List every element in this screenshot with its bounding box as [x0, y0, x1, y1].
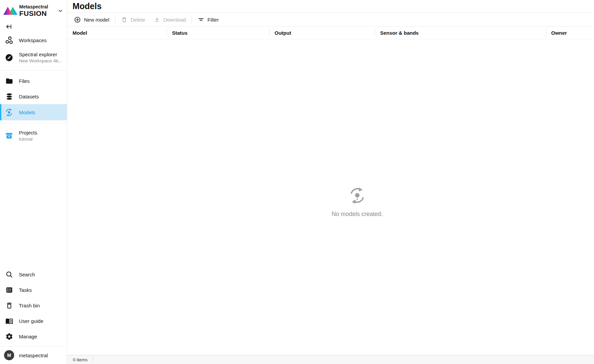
new-model-label: New model [84, 17, 109, 23]
filter-button[interactable]: Filter [196, 16, 220, 23]
table-header: Model Status Output Sensor & bands Owner [67, 27, 594, 39]
empty-state: No models created. [332, 186, 383, 218]
trash-icon [121, 17, 128, 23]
sidebar-item-label: Search [19, 272, 35, 277]
items-count: 0 items [73, 357, 88, 362]
column-header-sensor-bands: Sensor & bands [375, 27, 546, 39]
avatar: M [4, 350, 14, 360]
sidebar-item-user-guide[interactable]: User guide [0, 313, 67, 329]
table-body-empty-area: No models created. [67, 39, 594, 355]
project-sublabel: tutorial [19, 136, 37, 142]
sidebar-item-tasks[interactable]: Tasks [0, 282, 67, 298]
brand-product: FUSION [19, 9, 48, 18]
column-label: Model [73, 30, 87, 36]
sidebar-item-manage[interactable]: Manage [0, 329, 67, 344]
workspace-switcher-chevron-down-icon[interactable] [57, 8, 63, 14]
sidebar-item-projects[interactable]: Projects tutorial [0, 126, 67, 146]
model-rotate-icon [5, 108, 13, 117]
sidebar-divider [0, 70, 67, 70]
book-icon [5, 317, 13, 325]
sidebar-item-models[interactable]: Models [0, 104, 67, 120]
collapse-row [0, 19, 67, 32]
sidebar-item-label: Spectral explorer [19, 52, 62, 58]
compass-icon [5, 54, 13, 62]
sidebar-item-spectral-explorer[interactable]: Spectral explorer New Workspace 4b... [0, 48, 67, 67]
delete-label: Delete [131, 17, 145, 23]
status-bar-divider [93, 357, 93, 363]
gear-icon [5, 333, 13, 340]
folder-icon [5, 77, 13, 85]
main-panel: Models New model Delete [67, 0, 594, 364]
collapse-sidebar-icon[interactable] [5, 23, 12, 30]
sidebar-item-label: Models [19, 110, 35, 115]
column-header-owner: Owner [546, 27, 594, 39]
user-account-button[interactable]: M metaspectral [0, 346, 67, 364]
filter-label: Filter [207, 17, 219, 23]
delete-button[interactable]: Delete [120, 17, 146, 23]
column-label: Sensor & bands [380, 30, 419, 36]
sidebar-item-trash-bin[interactable]: Trash bin [0, 298, 67, 313]
archive-box-icon [5, 132, 13, 140]
column-separator [269, 29, 270, 37]
search-icon [5, 271, 13, 278]
toolbar: New model Delete Download [67, 13, 594, 27]
sidebar: Metaspectral FUSION [0, 0, 67, 364]
download-icon [154, 17, 160, 23]
download-label: Download [163, 17, 186, 23]
sidebar-spacer [0, 146, 67, 267]
sidebar-divider [0, 123, 67, 123]
filter-icon [198, 16, 204, 23]
sidebar-item-label: Tasks [19, 287, 32, 293]
brand-header: Metaspectral FUSION [0, 0, 67, 19]
column-separator [167, 29, 167, 37]
plus-circle-icon [74, 16, 81, 23]
metaspectral-logo-icon [3, 4, 18, 17]
column-label: Output [275, 30, 291, 36]
workspaces-icon [5, 36, 13, 44]
column-header-output: Output [269, 27, 375, 39]
new-model-button[interactable]: New model [73, 16, 111, 23]
sidebar-item-search[interactable]: Search [0, 267, 67, 282]
sidebar-item-datasets[interactable]: Datasets [0, 89, 67, 104]
column-separator [375, 29, 375, 37]
database-icon [5, 93, 13, 100]
sidebar-item-label: Files [19, 78, 30, 84]
sidebar-item-label: Workspaces [19, 37, 47, 43]
download-button[interactable]: Download [152, 17, 187, 23]
empty-state-message: No models created. [332, 211, 383, 218]
toolbar-divider [115, 16, 115, 24]
sidebar-item-label: Trash bin [19, 303, 40, 308]
brand-name: Metaspectral [19, 4, 48, 9]
sidebar-item-workspaces[interactable]: Workspaces [0, 32, 67, 48]
sidebar-item-label: Manage [19, 334, 37, 339]
column-label: Owner [551, 30, 567, 36]
title-row: Models [67, 0, 594, 13]
status-bar: 0 items [67, 355, 594, 364]
sidebar-item-files[interactable]: Files [0, 73, 67, 89]
tasks-icon [5, 286, 13, 294]
workspace-sublabel: New Workspace 4b... [19, 58, 62, 64]
brand-text: Metaspectral FUSION [19, 4, 48, 18]
app-window: Metaspectral FUSION [0, 0, 594, 364]
sidebar-item-label: Datasets [19, 94, 39, 99]
column-separator [546, 29, 546, 37]
model-rotate-icon [348, 186, 366, 205]
column-header-model: Model [67, 27, 167, 39]
page-title: Models [73, 1, 102, 11]
user-name: metaspectral [19, 353, 48, 358]
column-label: Status [172, 30, 188, 36]
sidebar-item-label: Projects [19, 130, 37, 136]
selected-indicator [0, 104, 1, 120]
column-header-status: Status [167, 27, 269, 39]
sidebar-bottom-group: Search Tasks [0, 267, 67, 346]
toolbar-divider [192, 16, 192, 24]
sidebar-item-label: User guide [19, 318, 44, 324]
trash-icon [5, 302, 13, 309]
